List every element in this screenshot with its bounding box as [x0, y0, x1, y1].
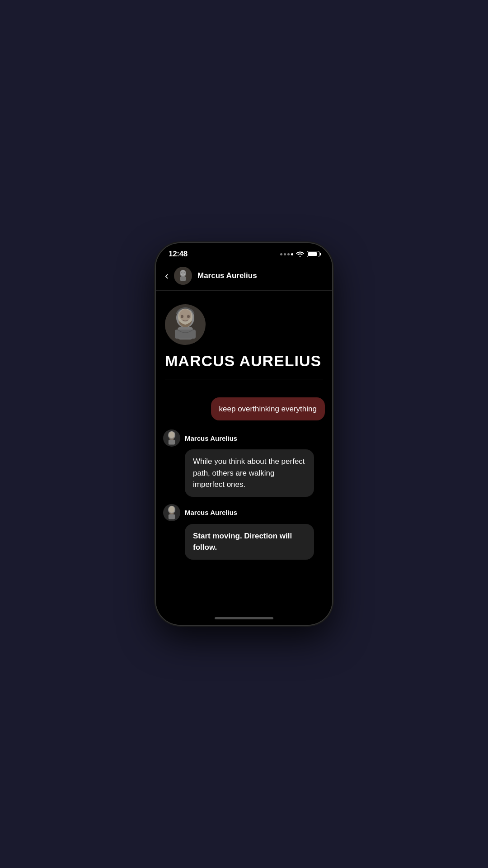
home-indicator [156, 613, 332, 625]
dynamic-island [217, 249, 271, 264]
svg-rect-6 [181, 275, 185, 276]
bot-bubble-2: Start moving. Direction will follow. [185, 524, 314, 560]
svg-point-5 [184, 272, 185, 274]
bot-message-2-text: Start moving. Direction will follow. [193, 532, 292, 552]
svg-rect-3 [180, 277, 186, 281]
svg-point-10 [181, 315, 183, 318]
bot-bubble-1: While you think about the perfect path, … [185, 449, 314, 497]
bot-message-2-header: Marcus Aurelius [163, 504, 237, 521]
bot-avatar-1 [163, 429, 180, 447]
svg-rect-13 [175, 330, 196, 339]
header-avatar [174, 267, 192, 285]
user-message: keep overthinking everything [163, 397, 325, 421]
bot-name-2: Marcus Aurelius [185, 509, 237, 516]
battery-icon [307, 251, 319, 257]
phone-frame: 12:48 ‹ [156, 243, 332, 625]
header-name: Marcus Aurelius [197, 271, 257, 280]
user-message-text: keep overthinking everything [219, 405, 317, 413]
bot-message-1-text: While you think about the perfect path, … [193, 457, 305, 489]
bot-bust-icon-1 [164, 430, 180, 446]
bot-avatar-2 [163, 504, 180, 521]
svg-rect-16 [169, 440, 175, 445]
bot-bust-icon-2 [164, 505, 180, 521]
profile-name-large: MARCUS AURELIUS [165, 352, 321, 370]
wifi-icon [296, 251, 304, 257]
bot-message-1: Marcus Aurelius While you think about th… [163, 429, 325, 497]
chat-header: ‹ Marcus Aurelius [156, 262, 332, 291]
bot-message-2: Marcus Aurelius Start moving. Direction … [163, 504, 325, 560]
header-bust-icon [176, 269, 190, 283]
signal-icon [280, 253, 293, 255]
profile-bust-icon [165, 304, 206, 345]
home-bar [215, 617, 273, 619]
svg-point-9 [179, 309, 191, 321]
status-time: 12:48 [169, 250, 188, 259]
back-button[interactable]: ‹ [165, 269, 169, 282]
bot-message-1-header: Marcus Aurelius [163, 429, 237, 447]
svg-point-4 [181, 272, 182, 274]
bot-name-1: Marcus Aurelius [185, 434, 237, 442]
svg-point-18 [169, 506, 175, 512]
user-bubble: keep overthinking everything [211, 397, 325, 421]
chat-area[interactable]: MARCUS AURELIUS keep overthinking everyt… [156, 291, 332, 613]
profile-section: MARCUS AURELIUS [163, 300, 325, 397]
profile-avatar [165, 304, 206, 345]
section-divider [165, 379, 323, 379]
status-icons [280, 251, 319, 257]
svg-point-15 [169, 432, 175, 438]
svg-rect-19 [169, 514, 175, 519]
svg-point-11 [187, 315, 190, 318]
screen: 12:48 ‹ [156, 243, 332, 625]
